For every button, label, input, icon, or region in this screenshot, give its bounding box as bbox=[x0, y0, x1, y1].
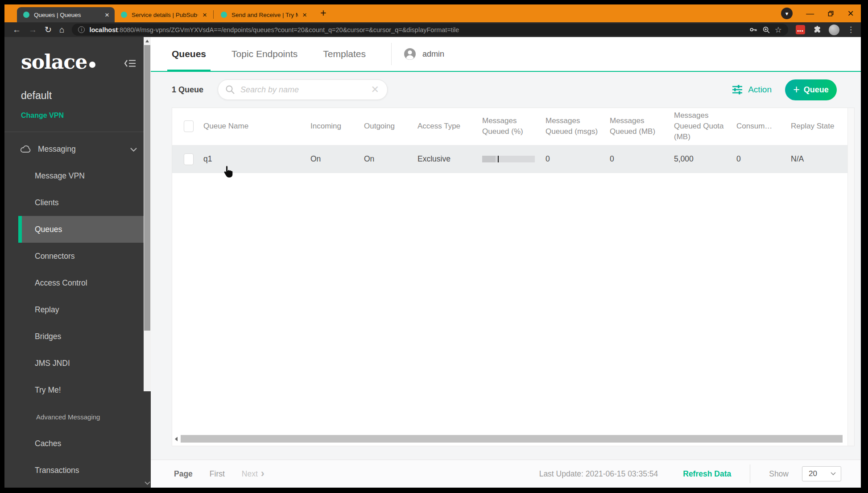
new-tab-button[interactable]: + bbox=[320, 8, 326, 18]
tab-close-icon[interactable]: × bbox=[203, 11, 207, 19]
queues-table-card: Queue Name Incoming Outgoing Access Type… bbox=[172, 108, 855, 446]
bookmark-star-icon[interactable]: ☆ bbox=[775, 25, 782, 35]
extension-red-icon[interactable]: ••• bbox=[796, 25, 805, 34]
column-header-access-type[interactable]: Access Type bbox=[417, 121, 482, 132]
page-header: Queues Topic Endpoints Templates admin bbox=[151, 37, 861, 72]
action-sliders-icon bbox=[732, 85, 743, 95]
search-input[interactable] bbox=[240, 85, 366, 95]
sidebar-item-advanced-messaging[interactable]: Advanced Messaging bbox=[4, 403, 144, 430]
change-vpn-link[interactable]: Change VPN bbox=[21, 112, 144, 120]
url-host: localhost bbox=[89, 26, 118, 33]
cell-replay-state: N/A bbox=[791, 154, 847, 164]
search-box[interactable]: ✕ bbox=[218, 79, 388, 100]
screenshot-root: { "browser": { "tabs": [ { "title": "Que… bbox=[0, 0, 868, 493]
tab-close-icon[interactable]: × bbox=[302, 11, 307, 19]
profile-avatar[interactable] bbox=[829, 25, 839, 35]
site-info-icon[interactable]: i bbox=[78, 26, 85, 33]
sidebar-item-bridges[interactable]: Bridges bbox=[4, 323, 144, 350]
add-queue-button[interactable]: + Queue bbox=[785, 79, 837, 100]
next-page-button[interactable]: Next › bbox=[242, 469, 265, 479]
sidebar-item-access-control[interactable]: Access Control bbox=[4, 269, 144, 296]
cell-queue-name[interactable]: q1 bbox=[203, 154, 310, 164]
url-text: localhost:8080/#/msg-vpns/ZGVmYXVsdA==/e… bbox=[89, 26, 744, 33]
column-header-queue-name[interactable]: Queue Name bbox=[203, 121, 310, 132]
tab-queues[interactable]: Queues bbox=[172, 37, 206, 71]
column-header-messages-queued-quota[interactable]: Messages Queued Quota (MB) bbox=[674, 110, 736, 142]
close-button[interactable]: × bbox=[847, 8, 854, 19]
browser-tab-service-details[interactable]: Service details | PubSub+ Cloud × bbox=[115, 7, 212, 22]
action-label: Action bbox=[748, 85, 772, 95]
sidebar-item-queues[interactable]: Queues bbox=[18, 216, 144, 243]
row-checkbox[interactable] bbox=[184, 153, 194, 165]
cell-incoming: On bbox=[310, 154, 364, 164]
window-controls: ▾ — × bbox=[781, 4, 854, 22]
cloud-icon bbox=[20, 145, 32, 153]
tab-templates[interactable]: Templates bbox=[323, 37, 366, 71]
browser-tab-queues[interactable]: Queues | Queues × bbox=[17, 7, 115, 22]
column-header-messages-queued-pct[interactable]: Messages Queued (%) bbox=[482, 116, 546, 137]
tab-favicon-icon bbox=[121, 12, 127, 18]
sidebar-scrollbar[interactable] bbox=[144, 37, 151, 488]
sidebar-item-connectors[interactable]: Connectors bbox=[4, 243, 144, 269]
action-button[interactable]: Action bbox=[732, 85, 772, 95]
sidebar-item-try-me[interactable]: Try Me! bbox=[4, 377, 144, 403]
scrollbar-thumb[interactable] bbox=[144, 45, 150, 331]
sidebar-collapse-icon[interactable] bbox=[124, 58, 136, 70]
url-omnibox[interactable]: i localhost:8080/#/msg-vpns/ZGVmYXVsdA==… bbox=[72, 24, 788, 36]
column-header-replay-state[interactable]: Replay State bbox=[791, 121, 847, 132]
extensions-puzzle-icon[interactable] bbox=[813, 25, 821, 34]
back-icon[interactable]: ← bbox=[12, 25, 21, 34]
minimize-button[interactable]: — bbox=[806, 9, 814, 17]
column-header-messages-queued-mb[interactable]: Messages Queued (MB) bbox=[610, 116, 674, 137]
sidebar-item-jms-jndi[interactable]: JMS JNDI bbox=[4, 350, 144, 377]
tab-title: Send and Receive | Try Me! bbox=[231, 12, 298, 18]
sidebar-item-transactions[interactable]: Transactions bbox=[4, 457, 144, 484]
home-icon[interactable]: ⌂ bbox=[59, 25, 64, 34]
plus-icon: + bbox=[793, 84, 800, 95]
table-row-q1[interactable]: q1 On On Exclusive 0 0 5,000 0 N/A bbox=[172, 145, 854, 173]
sidebar-item-replay[interactable]: Replay bbox=[4, 296, 144, 323]
sidebar-item-message-vpn[interactable]: Message VPN bbox=[4, 162, 144, 189]
sidebar-group-label: Messaging bbox=[38, 145, 76, 154]
user-menu[interactable]: admin bbox=[391, 43, 461, 65]
scroll-down-chevron-icon[interactable] bbox=[145, 481, 150, 485]
browser-update-icon[interactable]: ▾ bbox=[781, 8, 793, 19]
table-vertical-scrollbar[interactable] bbox=[847, 108, 854, 446]
horizontal-scrollbar-thumb[interactable] bbox=[181, 435, 843, 443]
chevron-down-icon[interactable] bbox=[130, 145, 137, 154]
column-header-incoming[interactable]: Incoming bbox=[310, 121, 364, 132]
column-header-outgoing[interactable]: Outgoing bbox=[364, 121, 417, 132]
tab-favicon-icon bbox=[221, 12, 227, 18]
browser-tab-try-me[interactable]: Send and Receive | Try Me! × bbox=[215, 7, 312, 22]
sidebar-item-clients[interactable]: Clients bbox=[4, 189, 144, 216]
vpn-block: default Change VPN bbox=[4, 72, 144, 120]
forward-icon[interactable]: → bbox=[29, 25, 37, 34]
sidebar-group-messaging[interactable]: Messaging bbox=[4, 136, 144, 162]
first-page-button[interactable]: First bbox=[210, 469, 225, 479]
pagination-footer: Page First Next › Last Update: 2021-06-1… bbox=[151, 460, 861, 488]
main-content: Queues Topic Endpoints Templates admin 1… bbox=[151, 37, 861, 488]
zoom-icon[interactable] bbox=[762, 26, 770, 34]
table-horizontal-scrollbar[interactable] bbox=[175, 435, 843, 443]
browser-menu-icon[interactable]: ⋮ bbox=[847, 25, 855, 34]
select-all-checkbox[interactable] bbox=[184, 120, 194, 132]
tab-topic-endpoints[interactable]: Topic Endpoints bbox=[231, 37, 298, 71]
browser-window: Queues | Queues × Service details | PubS… bbox=[4, 4, 861, 488]
refresh-data-link[interactable]: Refresh Data bbox=[683, 469, 731, 479]
sidebar-item-caches[interactable]: Caches bbox=[4, 430, 144, 457]
reload-icon[interactable]: ↻ bbox=[45, 25, 52, 34]
scrollbar-left-arrow-icon[interactable] bbox=[175, 437, 178, 441]
cell-outgoing: On bbox=[364, 154, 417, 164]
column-header-messages-queued-msgs[interactable]: Messages Queued (msgs) bbox=[546, 116, 610, 137]
tab-close-icon[interactable]: × bbox=[105, 11, 109, 19]
key-icon[interactable] bbox=[749, 25, 758, 34]
column-header-consumers[interactable]: Consum… bbox=[736, 121, 791, 132]
cell-access-type: Exclusive bbox=[417, 154, 482, 164]
scrollbar-up-arrow-icon[interactable] bbox=[145, 40, 149, 42]
clear-search-icon[interactable]: ✕ bbox=[371, 85, 379, 95]
restore-button[interactable] bbox=[827, 10, 834, 17]
page-size-select[interactable]: 20 bbox=[802, 466, 841, 481]
browser-address-bar: ← → ↻ ⌂ i localhost:8080/#/msg-vpns/ZGVm… bbox=[4, 22, 861, 37]
tab-title: Queues | Queues bbox=[34, 12, 100, 18]
queued-bar-segment bbox=[482, 156, 496, 162]
